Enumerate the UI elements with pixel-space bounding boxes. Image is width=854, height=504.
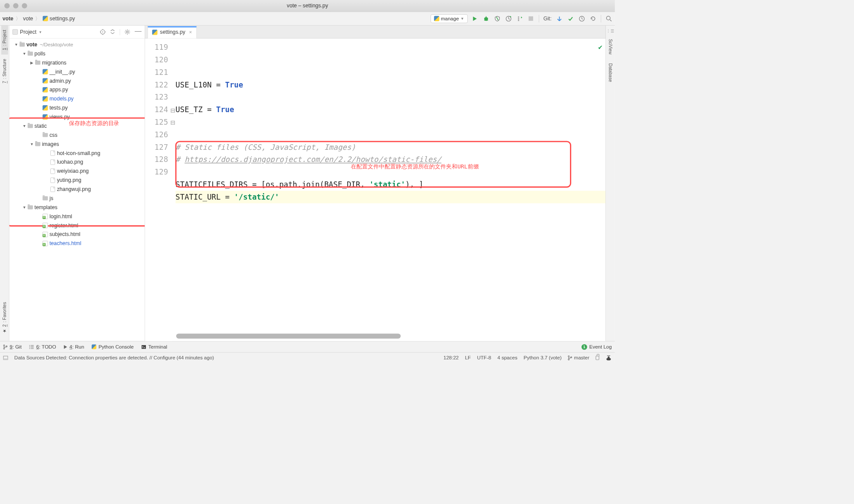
- rollback-button[interactable]: [590, 15, 597, 22]
- editor-tab-settings[interactable]: settings.py ×: [148, 26, 197, 39]
- zoom-window-button[interactable]: [22, 3, 27, 8]
- tree-node[interactable]: weiyixiao.png: [11, 167, 145, 176]
- tool-tab-sciview[interactable]: SciView: [607, 35, 614, 59]
- tree-node[interactable]: ▼polls: [11, 49, 145, 58]
- tree-node[interactable]: register.html: [11, 221, 145, 230]
- tree-node[interactable]: ▼templates: [11, 203, 145, 212]
- navigation-bar: vote 〉 vote 〉 settings.py manage ▼ Git:: [0, 12, 615, 26]
- svg-point-7: [126, 31, 128, 32]
- close-tab-icon[interactable]: ×: [189, 29, 192, 35]
- history-button[interactable]: [579, 15, 586, 22]
- concurrency-button[interactable]: [516, 15, 523, 22]
- tree-node[interactable]: ▼vote~/Desktop/vote: [11, 40, 145, 49]
- fold-marker[interactable]: ⊟: [170, 116, 175, 129]
- line-gutter: 119120121122123124125126127128129: [145, 39, 172, 341]
- tool-tab-structure[interactable]: 7: Structure: [1, 55, 8, 88]
- settings-icon[interactable]: [124, 29, 130, 35]
- fold-marker[interactable]: ⊟: [170, 104, 175, 116]
- bottom-tab-todo[interactable]: 6: TODO: [29, 344, 56, 350]
- bottom-tab-git[interactable]: 9: Git: [3, 344, 22, 350]
- project-sidebar: Project ▼ — 保存静态资源的目录 ▼vote~/Desktop/vot…: [10, 26, 145, 341]
- update-project-button[interactable]: [556, 15, 563, 22]
- status-bar: Data Sources Detected: Connection proper…: [0, 352, 615, 363]
- code-line[interactable]: [175, 116, 605, 129]
- breadcrumb[interactable]: vote 〉 vote 〉 settings.py: [3, 15, 430, 23]
- breadcrumb-item[interactable]: vote: [23, 16, 33, 22]
- tree-node[interactable]: ▶migrations: [11, 58, 145, 68]
- git-label: Git:: [543, 16, 552, 22]
- tree-node[interactable]: admin.py: [11, 76, 145, 85]
- git-branch[interactable]: master: [568, 355, 589, 361]
- breadcrumb-file[interactable]: settings.py: [50, 16, 75, 22]
- bottom-tab-terminal[interactable]: Terminal: [141, 344, 167, 350]
- breadcrumb-root[interactable]: vote: [3, 16, 13, 22]
- code-content[interactable]: ✔ USE_L10N = True USE_TZ = True # Static…: [172, 39, 605, 341]
- tree-node[interactable]: apps.py: [11, 85, 145, 94]
- debug-button[interactable]: [482, 15, 489, 22]
- code-line[interactable]: [175, 203, 605, 216]
- left-tool-strip: 1: Project7: Structure ★ 2: Favorites: [0, 26, 10, 341]
- branch-icon: [568, 355, 572, 360]
- code-line[interactable]: [175, 91, 605, 103]
- tree-node[interactable]: __init__.py: [11, 68, 145, 77]
- chevron-down-icon: ▼: [460, 16, 464, 21]
- tree-node[interactable]: zhangwuji.png: [11, 185, 145, 194]
- code-line[interactable]: STATICFILES_DIRS = [os.path.join(BASE_DI…: [175, 178, 605, 191]
- tool-tab-project[interactable]: 1: Project: [1, 26, 8, 55]
- run-config-label: manage: [441, 16, 459, 21]
- svg-rect-11: [142, 345, 146, 349]
- code-line[interactable]: [175, 129, 605, 141]
- code-line[interactable]: STATIC_URL = '/static/': [175, 191, 605, 204]
- locate-icon[interactable]: [100, 29, 106, 35]
- event-log-button[interactable]: 1 Event Log: [582, 344, 612, 350]
- annotation-label-code: 在配置文件中配置静态资源所在的文件夹和URL前缀: [351, 160, 479, 173]
- tree-node[interactable]: tests.py: [11, 103, 145, 113]
- interpreter[interactable]: Python 3.7 (vote): [524, 355, 562, 361]
- hide-icon[interactable]: —: [135, 29, 142, 35]
- tree-node[interactable]: models.py: [11, 94, 145, 103]
- tree-node[interactable]: subjects.html: [11, 230, 145, 239]
- profile-button[interactable]: [505, 15, 512, 22]
- tool-tab-database[interactable]: Database: [607, 59, 614, 86]
- tree-node[interactable]: teachers.html: [11, 239, 145, 248]
- hector-icon[interactable]: [605, 355, 611, 361]
- run-button[interactable]: [471, 15, 478, 22]
- run-coverage-button[interactable]: [494, 15, 501, 22]
- tree-node[interactable]: hot-icon-small.png: [11, 149, 145, 158]
- cursor-position[interactable]: 128:22: [443, 355, 459, 361]
- code-line[interactable]: USE_L10N = True: [175, 78, 605, 91]
- close-window-button[interactable]: [4, 3, 10, 8]
- status-rect-icon[interactable]: [3, 355, 8, 360]
- tree-node[interactable]: js: [11, 194, 145, 203]
- code-editor[interactable]: 119120121122123124125126127128129 ✔ USE_…: [145, 39, 605, 341]
- tree-node[interactable]: yuting.png: [11, 176, 145, 185]
- horizontal-scrollbar[interactable]: [176, 333, 401, 339]
- layout-settings-icon[interactable]: ⋮☰: [606, 27, 614, 35]
- code-line[interactable]: USE_TZ = True: [175, 103, 605, 116]
- minimize-window-button[interactable]: [13, 3, 18, 8]
- status-message[interactable]: Data Sources Detected: Connection proper…: [14, 355, 214, 361]
- svg-point-6: [102, 31, 103, 32]
- project-view-selector[interactable]: Project ▼: [13, 29, 97, 35]
- commit-button[interactable]: [567, 15, 574, 22]
- window-title: vote – settings.py: [0, 3, 615, 9]
- project-tree[interactable]: 保存静态资源的目录 ▼vote~/Desktop/vote▼polls▶migr…: [10, 39, 145, 341]
- sidebar-title: Project: [20, 29, 36, 35]
- code-line[interactable]: # Static files (CSS, JavaScript, Images): [175, 141, 605, 153]
- search-everywhere-button[interactable]: [605, 15, 612, 22]
- sidebar-header: Project ▼ —: [10, 26, 145, 39]
- tool-tab-favorites[interactable]: ★ 2: Favorites: [1, 297, 8, 338]
- indent-setting[interactable]: 4 spaces: [498, 355, 518, 361]
- file-encoding[interactable]: UTF-8: [477, 355, 492, 361]
- tree-node[interactable]: login.html: [11, 212, 145, 221]
- lock-icon[interactable]: [595, 355, 599, 360]
- tree-node[interactable]: luohao.png: [11, 158, 145, 167]
- svg-point-9: [3, 348, 5, 349]
- bottom-tab-run[interactable]: 4: Run: [64, 344, 84, 350]
- bottom-tab-pyconsole[interactable]: Python Console: [92, 344, 134, 350]
- line-ending[interactable]: LF: [465, 355, 471, 361]
- expand-all-icon[interactable]: [110, 29, 115, 35]
- tree-node[interactable]: ▼images: [11, 140, 145, 149]
- run-configuration-selector[interactable]: manage ▼: [430, 14, 467, 23]
- tree-node[interactable]: css: [11, 131, 145, 140]
